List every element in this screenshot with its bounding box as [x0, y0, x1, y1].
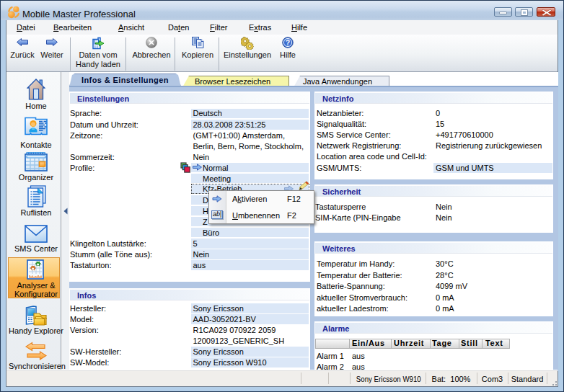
svg-text:?: ?: [286, 39, 290, 47]
